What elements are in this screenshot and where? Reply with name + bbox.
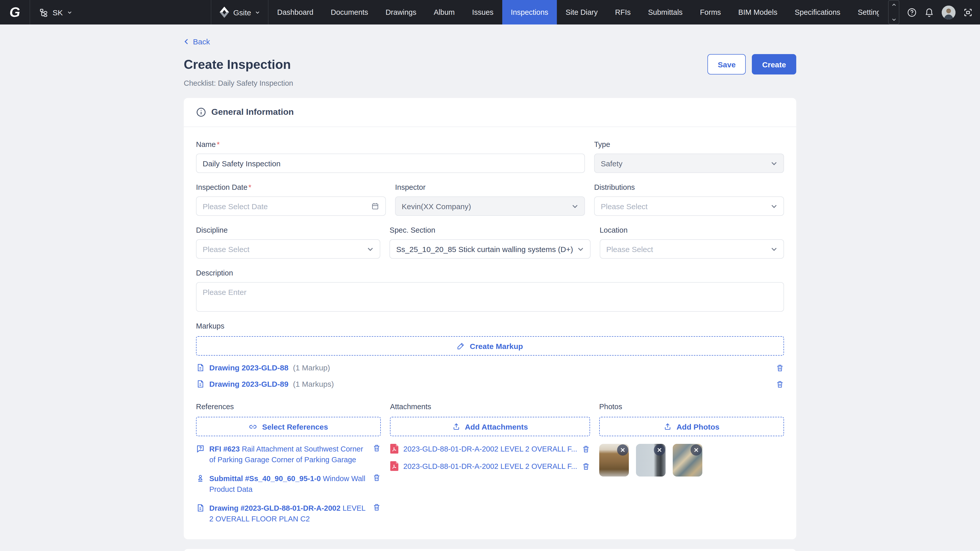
photos-label: Photos [599, 403, 784, 411]
nav-item-inspections[interactable]: Inspections [502, 0, 557, 24]
remove-photo-button[interactable] [654, 445, 665, 456]
navbar-spacer [81, 0, 211, 24]
notifications-button[interactable] [924, 7, 934, 17]
markup-drawing-link[interactable]: Drawing 2023-GLD-89 [209, 380, 288, 388]
user-avatar[interactable] [942, 5, 956, 19]
spec-section-select[interactable]: Ss_25_10_20_85 Stick curtain walling sys… [390, 239, 590, 259]
delete-reference-button[interactable] [372, 444, 381, 452]
nav-item-settings[interactable]: Settings [849, 0, 879, 24]
description-textarea[interactable]: Please Enter [196, 282, 784, 312]
reference-link[interactable]: Submittal #Ss_40_90_60_95-1-0 Window Wal… [209, 473, 368, 495]
markup-count: (1 Markup) [293, 363, 330, 372]
checklist-sections-card: Checklist Sections [184, 549, 796, 551]
close-icon [694, 448, 699, 453]
nav-item-submittals[interactable]: Submittals [639, 0, 691, 24]
delete-markup-button[interactable] [776, 364, 784, 372]
nav-item-dashboard[interactable]: Dashboard [269, 0, 322, 24]
chevron-down-icon [891, 17, 896, 22]
top-navbar: G SK Gsite [0, 0, 980, 24]
submittal-icon [196, 474, 205, 483]
name-label: Name* [196, 140, 585, 148]
name-input[interactable] [203, 159, 578, 168]
calendar-icon [371, 202, 379, 210]
delete-attachment-button[interactable] [582, 462, 590, 470]
inspection-date-label: Inspection Date* [196, 183, 386, 191]
chevron-left-icon [184, 39, 189, 44]
fullscreen-button[interactable] [963, 7, 973, 17]
inspector-select[interactable]: Kevin(XX Company) [395, 197, 585, 216]
discipline-label: Discipline [196, 226, 380, 234]
reference-item: Drawing #2023-GLD-88-01-DR-A-2002 LEVEL … [196, 503, 381, 525]
general-information-card: General Information Name* Type Safety [184, 98, 796, 539]
attachments-label: Attachments [390, 403, 590, 411]
delete-reference-button[interactable] [372, 473, 381, 482]
info-icon [196, 107, 206, 118]
photo-thumbnail[interactable] [636, 444, 666, 476]
type-select[interactable]: Safety [594, 154, 784, 173]
discipline-select[interactable]: Please Select [196, 239, 380, 259]
app-logo[interactable]: G [0, 0, 30, 24]
save-button[interactable]: Save [708, 54, 746, 75]
delete-markup-button[interactable] [776, 380, 784, 388]
description-label: Description [196, 269, 784, 277]
inspection-date-input[interactable] [203, 202, 371, 210]
inspection-date-field[interactable] [196, 197, 386, 216]
reference-item: Submittal #Ss_40_90_60_95-1-0 Window Wal… [196, 473, 381, 495]
reference-link[interactable]: RFI #623 Rail Attachment at Southwest Co… [209, 444, 368, 466]
pen-icon [457, 342, 465, 350]
nav-item-forms[interactable]: Forms [691, 0, 730, 24]
attachments-column: Attachments Add Attachments [390, 400, 590, 525]
pdf-icon [390, 461, 399, 471]
attachment-link[interactable]: 2023-GLD-88-01-DR-A-2002 LEVEL 2 OVERALL… [403, 445, 577, 453]
add-photos-button[interactable]: Add Photos [599, 417, 784, 436]
reference-item: RFI #623 Rail Attachment at Southwest Co… [196, 444, 381, 466]
trash-icon [372, 444, 381, 452]
create-button[interactable]: Create [752, 54, 796, 75]
delete-attachment-button[interactable] [582, 445, 590, 453]
location-select[interactable]: Please Select [600, 239, 784, 259]
create-markup-button[interactable]: Create Markup [196, 336, 784, 356]
references-column: References Select References [196, 400, 381, 525]
main-nav: Dashboard Documents Drawings Album Issue… [269, 0, 879, 24]
distributions-select[interactable]: Please Select [594, 197, 784, 216]
close-icon [657, 448, 662, 453]
nav-item-site-diary[interactable]: Site Diary [557, 0, 606, 24]
nav-item-rfis[interactable]: RFIs [606, 0, 639, 24]
nav-item-drawings[interactable]: Drawings [377, 0, 425, 24]
help-button[interactable] [907, 7, 917, 17]
photo-thumbnail[interactable] [599, 444, 629, 476]
back-button[interactable]: Back [184, 37, 210, 46]
markup-drawing-link[interactable]: Drawing 2023-GLD-88 [209, 363, 288, 372]
nav-item-documents[interactable]: Documents [322, 0, 377, 24]
checklist-subtitle: Checklist: Daily Safety Inspection [184, 79, 796, 87]
avatar [942, 5, 956, 19]
chevron-down-icon [367, 246, 374, 252]
reference-link[interactable]: Drawing #2023-GLD-88-01-DR-A-2002 LEVEL … [209, 503, 368, 525]
photo-thumbnail[interactable] [673, 444, 702, 476]
remove-photo-button[interactable] [690, 445, 702, 456]
nav-item-issues[interactable]: Issues [463, 0, 502, 24]
chevron-down-icon [771, 160, 777, 167]
nav-item-bim-models[interactable]: BIM Models [730, 0, 786, 24]
add-attachments-button[interactable]: Add Attachments [390, 417, 590, 436]
spec-section-label: Spec. Section [390, 226, 590, 234]
back-label: Back [193, 37, 210, 46]
upload-icon [664, 422, 672, 430]
fullscreen-icon [963, 7, 973, 17]
inspector-label: Inspector [395, 183, 585, 191]
location-label: Location [600, 226, 784, 234]
photo-thumbnails [599, 444, 784, 476]
drawing-file-icon [196, 503, 205, 512]
remove-photo-button[interactable] [617, 445, 628, 456]
markup-item: Drawing 2023-GLD-89 (1 Markups) [196, 380, 784, 388]
product-switcher[interactable]: Gsite [211, 0, 268, 24]
select-references-button[interactable]: Select References [196, 417, 381, 436]
drawing-file-icon [196, 380, 205, 388]
delete-reference-button[interactable] [372, 503, 381, 511]
nav-overflow-scroller[interactable] [888, 0, 899, 24]
nav-item-specifications[interactable]: Specifications [786, 0, 849, 24]
site-selector[interactable]: SK [30, 0, 81, 24]
attachment-link[interactable]: 2023-GLD-88-01-DR-A-2002 LEVEL 2 OVERALL… [403, 462, 577, 470]
markups-label: Markups [196, 322, 784, 330]
nav-item-album[interactable]: Album [425, 0, 463, 24]
